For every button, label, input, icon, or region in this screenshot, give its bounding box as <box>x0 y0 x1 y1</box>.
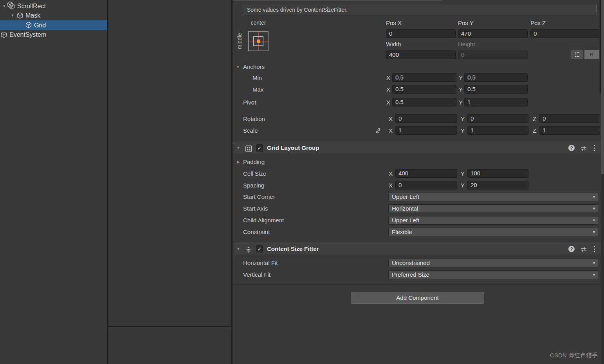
vertical-fit-dropdown[interactable]: Preferred Size ▼ <box>388 270 599 279</box>
cell-size-row: Cell Size X 400 Y 100 <box>233 169 604 178</box>
x-axis-label: X <box>386 98 390 107</box>
blueprint-mode-button[interactable] <box>571 50 583 59</box>
dropdown-value: Horizontal <box>392 205 418 213</box>
component-header-grid-layout-group[interactable]: ▼ ✓ Grid Layout Group ? <box>233 142 604 153</box>
scale-label: Scale <box>243 126 258 135</box>
x-axis-label: X <box>389 126 393 135</box>
spacing-x-field[interactable]: 0 <box>395 181 457 189</box>
horizontal-fit-row: Horizontal Fit Unconstrained ▼ <box>233 259 604 267</box>
pos-z-field[interactable]: 0 <box>530 29 600 38</box>
scale-y-field[interactable]: 1 <box>467 126 528 135</box>
hierarchy-item-scrollrect[interactable]: ▼ ScrollRect <box>0 2 107 11</box>
height-field-disabled: 0 <box>458 50 528 59</box>
hierarchy-item-eventsystem[interactable]: EventSystem <box>0 30 107 40</box>
component-title: Content Size Fitter <box>267 243 319 254</box>
anchors-max-y-field[interactable]: 0.5 <box>464 85 528 94</box>
anchors-min-y-field[interactable]: 0.5 <box>464 73 528 82</box>
inspector-scrollbar-thumb[interactable] <box>601 0 604 174</box>
pivot-y-field[interactable]: 1 <box>464 98 528 106</box>
y-axis-label: Y <box>461 181 465 190</box>
start-axis-dropdown[interactable]: Horizontal ▼ <box>388 204 599 213</box>
foldout-collapsed-icon[interactable]: ▶ <box>236 158 241 166</box>
constraint-dropdown[interactable]: Flexible ▼ <box>388 228 599 236</box>
driven-values-helpbox: Some values driven by ContentSizeFitter. <box>243 5 597 15</box>
cell-size-y-field[interactable]: 100 <box>467 169 528 178</box>
foldout-expanded-icon[interactable]: ▼ <box>236 243 241 254</box>
raw-edit-mode-button[interactable]: R <box>584 50 599 59</box>
spacing-label: Spacing <box>243 181 264 190</box>
foldout-expanded-icon[interactable]: ▼ <box>235 63 241 71</box>
header-edge-line <box>233 0 442 1</box>
horizontal-fit-label: Horizontal Fit <box>243 259 278 267</box>
anchors-max-x-field[interactable]: 0.5 <box>392 85 456 94</box>
hierarchy-item-grid-selected[interactable]: Grid <box>0 20 107 30</box>
y-axis-label: Y <box>459 73 463 82</box>
inspector-scrollbar-track[interactable] <box>601 0 604 364</box>
hierarchy-item-label: Grid <box>34 20 46 30</box>
add-component-button[interactable]: Add Component <box>351 292 484 304</box>
rotation-y-field[interactable]: 0 <box>467 114 528 123</box>
help-icon[interactable]: ? <box>568 145 575 151</box>
dropdown-value: Preferred Size <box>392 271 429 279</box>
constraint-row: Constraint Flexible ▼ <box>233 228 604 236</box>
width-field[interactable]: 400 <box>386 50 456 59</box>
x-axis-label: X <box>389 169 393 178</box>
start-corner-dropdown[interactable]: Upper Left ▼ <box>388 193 599 201</box>
component-enabled-checkbox[interactable]: ✓ <box>256 245 263 252</box>
min-label: Min <box>252 73 262 82</box>
empty-panel <box>108 0 231 364</box>
hierarchy-panel: ▼ ScrollRect ▼ Mask Grid EventSystem <box>0 0 107 364</box>
help-icon[interactable]: ? <box>568 246 575 252</box>
constraint-label: Constraint <box>243 228 270 236</box>
hierarchy-item-label: ScrollRect <box>17 2 46 11</box>
rotation-z-field[interactable]: 0 <box>539 114 600 123</box>
component-header-content-size-fitter[interactable]: ▼ ✓ Content Size Fitter ? <box>233 243 604 254</box>
child-alignment-row: Child Alignment Upper Left ▼ <box>233 216 604 225</box>
child-alignment-label: Child Alignment <box>243 216 284 225</box>
spacing-y-field[interactable]: 20 <box>467 181 528 189</box>
child-alignment-dropdown[interactable]: Upper Left ▼ <box>388 216 599 225</box>
start-axis-label: Start Axis <box>243 204 268 213</box>
rotation-row: Rotation X 0 Y 0 Z 0 <box>233 114 604 123</box>
hierarchy-item-label: EventSystem <box>9 30 46 40</box>
more-options-icon[interactable] <box>593 145 595 151</box>
foldout-expanded-icon[interactable]: ▼ <box>2 2 7 11</box>
link-broken-icon[interactable] <box>374 127 382 135</box>
panel-divider[interactable] <box>108 326 231 327</box>
horizontal-fit-dropdown[interactable]: Unconstrained ▼ <box>388 259 599 267</box>
anchor-vertical-label: middle <box>236 31 243 51</box>
x-axis-label: X <box>386 85 390 94</box>
presets-icon[interactable] <box>580 144 587 151</box>
content-size-fitter-icon <box>245 245 252 252</box>
pos-z-label: Pos Z <box>530 20 546 26</box>
pivot-x-field[interactable]: 0.5 <box>392 98 456 106</box>
cell-size-x-field[interactable]: 400 <box>395 169 457 178</box>
y-axis-label: Y <box>461 126 465 135</box>
padding-foldout-row[interactable]: ▶ Padding <box>233 158 604 166</box>
spacing-row: Spacing X 0 Y 20 <box>233 181 604 190</box>
blueprint-icon <box>575 52 579 57</box>
z-axis-label: Z <box>533 114 536 123</box>
gameobject-icon <box>16 12 23 19</box>
pos-x-field[interactable]: 0 <box>386 29 456 38</box>
foldout-expanded-icon[interactable]: ▼ <box>10 11 15 20</box>
component-title: Grid Layout Group <box>267 142 319 153</box>
component-enabled-checkbox[interactable]: ✓ <box>256 144 263 151</box>
y-axis-label: Y <box>459 98 463 107</box>
anchor-preset-widget[interactable] <box>248 31 269 51</box>
hierarchy-item-mask[interactable]: ▼ Mask <box>0 11 107 20</box>
foldout-expanded-icon[interactable]: ▼ <box>236 142 241 153</box>
check-icon: ✓ <box>258 146 262 151</box>
scale-x-field[interactable]: 1 <box>395 126 457 135</box>
padding-label: Padding <box>243 158 265 166</box>
anchors-min-x-field[interactable]: 0.5 <box>392 73 456 82</box>
rotation-x-field[interactable]: 0 <box>395 114 457 123</box>
more-options-icon[interactable] <box>593 246 595 252</box>
scale-z-field[interactable]: 1 <box>539 126 600 135</box>
gameobject-icon <box>0 31 7 38</box>
chevron-down-icon: ▼ <box>592 216 596 224</box>
chevron-down-icon: ▼ <box>592 228 596 236</box>
anchors-foldout-row[interactable]: ▼ Anchors <box>233 63 604 71</box>
presets-icon[interactable] <box>580 245 587 252</box>
pos-y-field[interactable]: 470 <box>458 29 528 38</box>
